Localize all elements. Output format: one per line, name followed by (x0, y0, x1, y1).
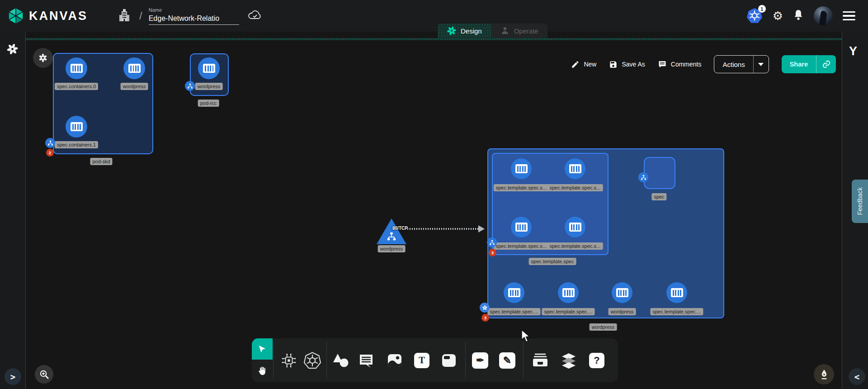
kanvas-logo-icon (7, 7, 24, 25)
node-container-wordpress-1[interactable] (123, 57, 145, 79)
edge-port-label: 80/TCP (392, 226, 408, 231)
share-split-button[interactable]: Share (782, 55, 836, 73)
design-name-input[interactable] (149, 14, 239, 25)
count-badge[interactable]: 3 (481, 314, 489, 322)
chip-icon (280, 352, 297, 369)
container-icon (569, 164, 581, 173)
kubernetes-context-icon[interactable]: 1 (746, 8, 763, 24)
zoom-button[interactable] (35, 365, 53, 384)
node-container-spec-containers-0[interactable] (66, 57, 87, 79)
node-container-template-1[interactable] (565, 158, 585, 179)
pod-relationship-badge[interactable] (487, 237, 497, 247)
caret-down-icon (758, 63, 764, 66)
canvas-settings-flower-button[interactable] (33, 48, 53, 68)
node-label: wordpress (609, 308, 636, 315)
edge-service-to-deployment[interactable] (407, 228, 479, 230)
tab-operate[interactable]: Operate (491, 24, 547, 38)
design-name-block: Name (149, 7, 239, 25)
expand-left-panel-button[interactable]: > (5, 368, 21, 385)
edge-arrowhead (478, 225, 485, 232)
organization-icon[interactable] (118, 8, 131, 24)
comment-tool[interactable] (355, 338, 377, 382)
node-container-deploy-0[interactable] (504, 282, 524, 303)
layers-tool[interactable] (557, 338, 580, 382)
actions-split-button[interactable]: Actions (714, 55, 769, 73)
design-name-label: Name (149, 7, 239, 13)
group-label: spec.template.spec (529, 258, 576, 265)
pod-relationship-badge[interactable] (638, 172, 648, 182)
actions-dropdown-toggle[interactable] (753, 56, 769, 73)
mode-tabs: Design Operate (438, 24, 547, 38)
components-tool[interactable] (277, 338, 301, 382)
toolbar-divider (273, 342, 274, 379)
bottom-toolbar: T ✒ ✎ (252, 338, 618, 382)
node-container-deploy-wordpress[interactable] (612, 282, 632, 303)
tab-design[interactable]: Design (438, 24, 491, 38)
left-dock (0, 32, 26, 389)
container-icon (71, 122, 83, 131)
kubernetes-tool[interactable] (301, 338, 324, 382)
count-badge[interactable]: 2 (46, 149, 54, 157)
new-button[interactable]: New (571, 60, 596, 69)
text-tool[interactable]: T (410, 338, 434, 382)
hand-icon (257, 365, 268, 376)
collapse-right-panel-button[interactable]: < (849, 368, 865, 385)
node-service-wordpress[interactable] (377, 218, 406, 244)
note-icon (441, 353, 457, 368)
kanvas-logo[interactable]: KANVAS (7, 7, 88, 25)
node-label: spec.template.spec.s... (494, 184, 549, 191)
drawer-tool[interactable] (528, 338, 552, 382)
flower-gear-icon (38, 53, 48, 63)
node-container-template-2[interactable] (511, 217, 532, 237)
node-container-template-0[interactable] (511, 158, 532, 179)
save-as-button[interactable]: Save As (609, 60, 645, 69)
canvas-action-bar: New Save As Comments Actions Share (571, 55, 836, 73)
node-container-deploy-1[interactable] (558, 282, 579, 303)
notifications-bell-icon[interactable] (793, 9, 804, 23)
designs-swirl-icon[interactable] (6, 43, 19, 55)
service-icon (386, 232, 397, 242)
image-icon (387, 353, 403, 368)
node-container-spec-containers-1[interactable] (66, 116, 87, 138)
pod-relationship-badge[interactable] (45, 138, 55, 148)
comment-bubble-icon (358, 353, 374, 368)
toolbar-divider (465, 342, 466, 379)
freehand-draw-tool[interactable]: ✎ (495, 338, 519, 382)
node-container-wordpress-rcc[interactable] (198, 57, 220, 79)
node-label: spec.containers.1 (55, 141, 98, 148)
save-icon (609, 60, 618, 69)
whiteboarding-pen-button[interactable] (814, 364, 834, 384)
header-right-icons: 1 ⚙ (746, 0, 855, 32)
pen-tool[interactable]: ✒ (468, 338, 492, 382)
copy-link-segment[interactable] (816, 55, 836, 73)
container-icon (71, 64, 83, 73)
settings-gear-icon[interactable]: ⚙ (773, 10, 783, 22)
node-group-spec[interactable] (644, 157, 675, 189)
user-avatar[interactable] (814, 6, 833, 25)
group-label: wordpress (590, 323, 617, 331)
feedback-tab[interactable]: Feedback (852, 180, 868, 223)
hamburger-menu-icon[interactable] (843, 11, 855, 21)
node-container-deploy-3[interactable] (666, 282, 687, 303)
share-label: Share (782, 61, 816, 68)
image-tool[interactable] (383, 338, 406, 382)
design-canvas[interactable]: > Y < Feedback (0, 32, 868, 389)
select-tool-active[interactable] (252, 338, 273, 360)
group-label: spec (651, 193, 666, 200)
count-badge[interactable]: 3 (489, 249, 496, 256)
deployment-relationship-badge[interactable] (480, 303, 490, 313)
help-tool[interactable]: ? (585, 338, 609, 382)
shapes-tool[interactable] (330, 338, 352, 382)
validator-icon[interactable]: Y (849, 44, 857, 58)
pod-relationship-badge[interactable] (185, 81, 195, 91)
note-tool[interactable] (437, 338, 461, 382)
node-label: spec.containers.0 (55, 83, 98, 90)
breadcrumb-separator: / (139, 9, 142, 22)
node-container-template-3[interactable] (565, 217, 585, 237)
node-label: spec.template.spec.s... (547, 184, 603, 191)
comments-button[interactable]: Comments (658, 60, 702, 69)
toolbar-divider (523, 342, 524, 379)
pan-hand-tool[interactable] (252, 360, 273, 382)
comments-label: Comments (671, 61, 702, 68)
node-group-spec-template-spec[interactable] (492, 153, 609, 255)
